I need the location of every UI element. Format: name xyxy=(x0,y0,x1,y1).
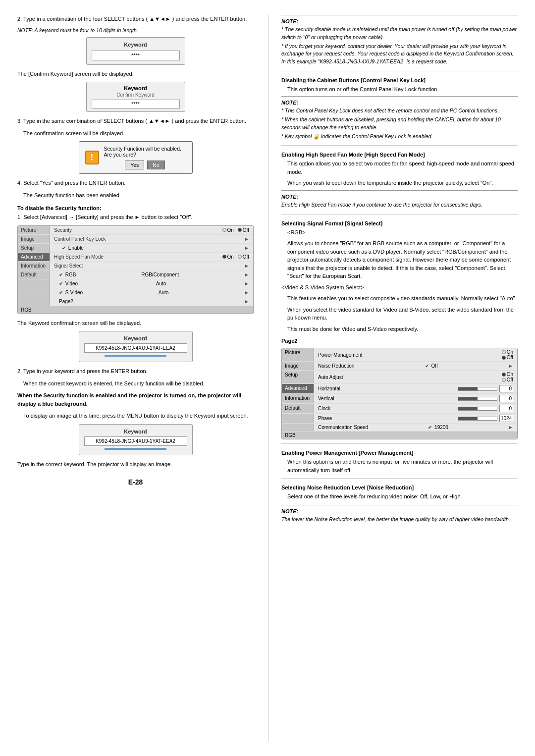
fan-text2: When you wish to cool down the temperatu… xyxy=(281,179,518,187)
cabinet-note-1: * This Control Panel Key Lock does not a… xyxy=(281,107,518,115)
menu-left-empty2 xyxy=(18,288,50,297)
p2-left-default: Default xyxy=(282,404,314,413)
p2-right-pm: Power Management On Off xyxy=(314,348,517,361)
phase-bar xyxy=(458,417,497,421)
menu-row-page2: Page2 ► xyxy=(18,297,253,306)
page2-footer: RGB xyxy=(282,432,517,439)
right-note-box-top: NOTE: * The security disable mode is mai… xyxy=(281,15,518,66)
yes-button[interactable]: Yes xyxy=(125,161,144,169)
menu-left-setup: Setup xyxy=(18,244,50,252)
p2-right-clock: Clock 0 xyxy=(314,404,517,413)
noise-text: Select one of the three levels for reduc… xyxy=(281,492,518,501)
p2-right-v: Vertical 0 xyxy=(314,394,517,403)
keyword-box-4: Keyword K992-45L8-JNGJ-4XU9-1YAT-EEA2 xyxy=(79,424,193,455)
noise-note-title: NOTE: xyxy=(281,508,518,514)
no-button[interactable]: No xyxy=(147,161,164,169)
p2-row-h: Advanced Horizontal 0 xyxy=(282,384,517,394)
step-type-keyword: 2. Type in your keyword and press the EN… xyxy=(17,367,254,376)
step3-sub: The confirmation screen will be displaye… xyxy=(17,129,254,138)
security-confirm-message: Security Function will be enabled. xyxy=(104,146,186,152)
right-note-item-1: * The security disable mode is maintaine… xyxy=(281,26,518,42)
blue-bg-header: When the Security function is enabled an… xyxy=(17,391,254,408)
cabinet-note-box: NOTE: * This Control Panel Key Lock does… xyxy=(281,96,518,140)
keyword-box-2: Keyword Confirm Keyword **** xyxy=(86,82,185,112)
keyword-box-1: Keyword **** xyxy=(86,37,185,65)
menu-right-video: ✔ Video Auto ► xyxy=(50,279,253,288)
divider-2 xyxy=(281,145,518,146)
fan-text1: This option allows you to select two mod… xyxy=(281,160,518,176)
final-text: Type in the correct keyword. The project… xyxy=(17,460,254,469)
security-menu: Picture Security On Off xyxy=(17,225,254,314)
keyword-box4-bar xyxy=(105,448,166,450)
security-confirm-box: ! Security Function will be enabled. Are… xyxy=(79,141,193,174)
cabinet-note-2: * When the cabinet buttons are disabled,… xyxy=(281,116,518,132)
cabinet-note-title: NOTE: xyxy=(281,100,518,106)
aa-off xyxy=(502,378,506,382)
menu-right-security: Security On Off xyxy=(50,226,253,234)
noise-note-text: The lower the Noise Reduction level, the… xyxy=(281,516,518,524)
p2-row-phase: Phase 1024 xyxy=(282,414,517,424)
v-bar xyxy=(458,397,497,401)
h-val: 0 xyxy=(499,385,513,392)
menu-row-hsfm: Advanced High Speed Fan Mode On Off xyxy=(18,253,253,262)
p2-row-cs: Communication Speed ✔ 19200 ► xyxy=(282,424,517,432)
cabinet-text: This option turns on or off the Control … xyxy=(281,85,518,94)
p2-left-setup: Setup xyxy=(282,371,314,383)
p2-row-pm: Picture Power Management On Off xyxy=(282,348,517,362)
fan-note-text: Enable High Speed Fan mode if you contin… xyxy=(281,201,518,209)
right-column: NOTE: * The security disable mode is mai… xyxy=(268,15,518,741)
menu-left-empty1 xyxy=(18,279,50,288)
divider-1 xyxy=(281,71,518,71)
menu-row-cpkl: Image Control Panel Key Lock ► xyxy=(18,235,253,244)
menu-left-image: Image xyxy=(18,235,50,243)
step2-text: 2. Type in a combination of the four SEL… xyxy=(17,15,254,23)
menu-footer: RGB xyxy=(18,306,253,314)
cpkl-arrow: ► xyxy=(244,236,249,242)
page2-menu: Picture Power Management On Off Image xyxy=(281,348,518,439)
signal-text: Allows you to choose "RGB" for an RGB so… xyxy=(281,239,518,280)
power-mgmt-header: Enabling Power Management [Power Managem… xyxy=(281,450,518,456)
security-confirm-question: Are you sure? xyxy=(104,152,186,158)
keyword-box3-code: K992-45L8-JNGJ-4XU9-1YAT-EEA2 xyxy=(84,343,187,353)
left-column: 2. Type in a combination of the four SEL… xyxy=(17,15,254,741)
menu-right-page2: Page2 ► xyxy=(50,297,253,306)
keyword-box3-bar xyxy=(105,355,166,357)
fan-note-title: NOTE: xyxy=(281,194,518,200)
pm-on xyxy=(502,350,506,354)
yes-no-row: Yes No xyxy=(104,161,186,169)
aa-on xyxy=(502,373,506,377)
menu-right-cpkl: Control Panel Key Lock ► xyxy=(50,235,253,243)
menu-right-svideo: ✔ S-Video Auto ► xyxy=(50,288,253,297)
svideo-text2: When you select the video standard for V… xyxy=(281,306,518,322)
page-number: E-28 xyxy=(17,478,254,486)
right-note-item-2: * If you forget your keyword, contact yo… xyxy=(281,43,518,66)
page: 2. Type in a combination of the four SEL… xyxy=(0,0,535,756)
p2-right-cs: Communication Speed ✔ 19200 ► xyxy=(314,424,517,431)
p2-row-clock: Default Clock 0 xyxy=(282,404,517,414)
radio-off-circle xyxy=(238,228,242,232)
enable-arrow: ► xyxy=(244,245,249,251)
menu-row-svideo: ✔ S-Video Auto ► xyxy=(18,288,253,297)
menu-left-default: Default xyxy=(18,270,50,279)
step4-sub: The Security function has been enabled. xyxy=(17,191,254,200)
hsfm-off-circle xyxy=(238,255,242,259)
divider-4 xyxy=(281,443,518,444)
p2-left-empty xyxy=(282,414,314,423)
menu-row-enable: Setup ✔ Enable ► xyxy=(18,244,253,253)
menu-row-video: ✔ Video Auto ► xyxy=(18,279,253,288)
keyword-confirm-text: The Keyword confirmation screen will be … xyxy=(17,319,254,327)
step3-text: 3. Type in the same combination of SELEC… xyxy=(17,117,254,125)
keyword-box4-code: K992-45L8-JNGJ-4XU9-1YAT-EEA2 xyxy=(84,436,187,446)
check-enable: ✔ xyxy=(62,245,66,251)
page2-arrow: ► xyxy=(244,299,249,304)
keyword-box1-input: **** xyxy=(92,51,180,60)
signal-arrow: ► xyxy=(244,263,249,269)
p2-row-aa: Setup Auto Adjust On Off xyxy=(282,371,517,384)
keyword-box2-input: **** xyxy=(92,100,180,108)
p2-right-h: Horizontal 0 xyxy=(314,384,517,393)
keyword-box3-title: Keyword xyxy=(84,335,187,341)
clock-bar xyxy=(458,407,497,411)
right-note-title: NOTE: xyxy=(281,18,518,24)
phase-val: 1024 xyxy=(499,415,513,422)
nr-arrow: ► xyxy=(508,363,513,369)
